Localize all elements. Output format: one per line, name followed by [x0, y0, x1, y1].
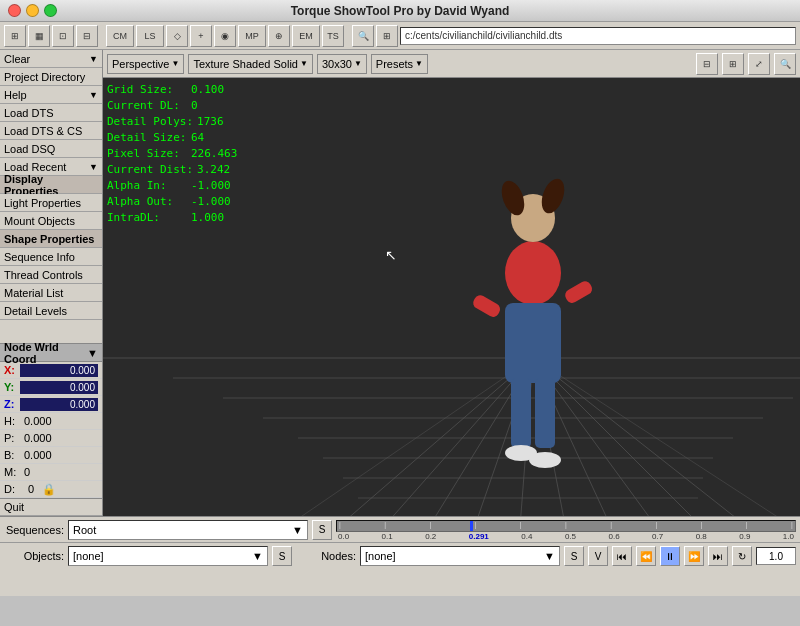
viewport-toolbar: Perspective ▼ Texture Shaded Solid ▼ 30x…	[103, 50, 800, 78]
sidebar-clear-btn[interactable]: Clear ▼	[0, 50, 102, 68]
sidebar-light-props[interactable]: Light Properties	[0, 194, 102, 212]
sidebar-detail-levels[interactable]: Detail Levels	[0, 302, 102, 320]
toolbar-btn-1[interactable]: ⊞	[4, 25, 26, 47]
coord-m-value: 0	[24, 466, 30, 478]
play-end-btn[interactable]: ⏭	[708, 546, 728, 566]
info-current-dl: Current DL: 0	[107, 98, 237, 114]
sidebar-shape-props[interactable]: Shape Properties	[0, 230, 102, 248]
toolbar-btn-9[interactable]: ◉	[214, 25, 236, 47]
coord-d-value: 0	[28, 483, 34, 495]
nodes-s-btn[interactable]: S	[564, 546, 584, 566]
info-detail-polys-val: 1736	[197, 114, 224, 130]
nodes-label: Nodes:	[296, 550, 356, 562]
info-grid-size: Grid Size: 0.100	[107, 82, 237, 98]
toolbar-btn-13[interactable]: TS	[322, 25, 344, 47]
info-alpha-in: Alpha In: -1.000	[107, 178, 237, 194]
coord-header: Node Wrld Coord ▼	[0, 344, 102, 362]
coord-p-value: 0.000	[24, 432, 52, 444]
coord-y-value[interactable]: 0.000	[20, 381, 98, 394]
viewport-btn-2[interactable]: ⊞	[722, 53, 744, 75]
main-area: Clear ▼ Project Directory Help ▼ Load DT…	[0, 50, 800, 516]
toolbar-btn-7[interactable]: ◇	[166, 25, 188, 47]
coord-y-row: Y: 0.000	[0, 379, 102, 396]
nodes-select[interactable]: [none] ▼	[360, 546, 560, 566]
toolbar-btn-5[interactable]: CM	[106, 25, 134, 47]
objects-row: Objects: [none] ▼ S Nodes: [none] ▼ S V …	[0, 543, 800, 569]
toolbar-btn-11[interactable]: ⊕	[268, 25, 290, 47]
grid-dropdown[interactable]: 30x30 ▼	[317, 54, 367, 74]
titlebar: Torque ShowTool Pro by David Wyand	[0, 0, 800, 22]
coord-m-row: M: 0	[0, 464, 102, 481]
info-grid-size-val: 0.100	[191, 82, 224, 98]
file-path: c:/cents/civilianchild/civilianchild.dts	[400, 27, 796, 45]
main-toolbar: ⊞ ▦ ⊡ ⊟ CM LS ◇ + ◉ MP ⊕ EM TS 🔍 ⊞ c:/ce…	[0, 22, 800, 50]
coord-p-row: P: 0.000	[0, 430, 102, 447]
objects-label: Objects:	[4, 550, 64, 562]
viewport-canvas[interactable]: ↖ Grid Size: 0.100 Current DL: 0 Detail …	[103, 78, 800, 516]
coord-b-value: 0.000	[24, 449, 52, 461]
viewport-search[interactable]: 🔍	[774, 53, 796, 75]
viewport-btn-1[interactable]: ⊟	[696, 53, 718, 75]
coord-z-label: Z:	[4, 398, 20, 410]
play-next-btn[interactable]: ⏩	[684, 546, 704, 566]
info-intra-dl-val: 1.000	[191, 210, 224, 226]
sidebar-load-dsq[interactable]: Load DSQ	[0, 140, 102, 158]
info-alpha-in-key: Alpha In:	[107, 178, 187, 194]
close-button[interactable]	[8, 4, 21, 17]
toolbar-btn-10[interactable]: MP	[238, 25, 266, 47]
info-current-dl-val: 0	[191, 98, 198, 114]
coord-z-row: Z: 0.000	[0, 396, 102, 413]
3d-view[interactable]: ↖ Grid Size: 0.100 Current DL: 0 Detail …	[103, 78, 800, 516]
sidebar-display-props[interactable]: Display Properties	[0, 176, 102, 194]
nodes-v-btn[interactable]: V	[588, 546, 608, 566]
sequences-row: Sequences: Root ▼ S | | | | | | | | |	[0, 517, 800, 543]
texture-dropdown[interactable]: Texture Shaded Solid ▼	[188, 54, 313, 74]
perspective-dropdown[interactable]: Perspective ▼	[107, 54, 184, 74]
sidebar-material-list[interactable]: Material List	[0, 284, 102, 302]
toolbar-btn-15[interactable]: ⊞	[376, 25, 398, 47]
toolbar-btn-6[interactable]: LS	[136, 25, 164, 47]
coord-m-label: M:	[4, 466, 24, 478]
toolbar-btn-12[interactable]: EM	[292, 25, 320, 47]
coord-z-value[interactable]: 0.000	[20, 398, 98, 411]
sidebar-quit-btn[interactable]: Quit	[0, 498, 102, 516]
coord-h-row: H: 0.000	[0, 413, 102, 430]
objects-select[interactable]: [none] ▼	[68, 546, 268, 566]
playback-time[interactable]: 1.0	[756, 547, 796, 565]
coord-d-row: D: 0 🔒	[0, 481, 102, 498]
toolbar-btn-2[interactable]: ▦	[28, 25, 50, 47]
toolbar-btn-4[interactable]: ⊟	[76, 25, 98, 47]
play-prev-btn[interactable]: ⏪	[636, 546, 656, 566]
minimize-button[interactable]	[26, 4, 39, 17]
timeline-container[interactable]: | | | | | | | | | | | 0.0 0.1 0.2 0.291	[336, 518, 796, 541]
sidebar-mount-objects[interactable]: Mount Objects	[0, 212, 102, 230]
info-pixel-size-val: 226.463	[191, 146, 237, 162]
sidebar-thread-controls[interactable]: Thread Controls	[0, 266, 102, 284]
lock-icon: 🔒	[42, 483, 56, 496]
info-grid-size-key: Grid Size:	[107, 82, 187, 98]
sidebar-load-dts-cs[interactable]: Load DTS & CS	[0, 122, 102, 140]
coord-y-label: Y:	[4, 381, 20, 393]
bottom-panel: Sequences: Root ▼ S | | | | | | | | |	[0, 516, 800, 596]
window-controls[interactable]	[8, 4, 57, 17]
info-intra-dl-key: IntraDL:	[107, 210, 187, 226]
viewport-maximize[interactable]: ⤢	[748, 53, 770, 75]
objects-s-btn[interactable]: S	[272, 546, 292, 566]
maximize-button[interactable]	[44, 4, 57, 17]
play-loop-btn[interactable]: ↻	[732, 546, 752, 566]
toolbar-btn-3[interactable]: ⊡	[52, 25, 74, 47]
toolbar-btn-8[interactable]: +	[190, 25, 212, 47]
coord-x-value[interactable]: 0.000	[20, 364, 98, 377]
play-pause-btn[interactable]: ⏸	[660, 546, 680, 566]
coord-h-value: 0.000	[24, 415, 52, 427]
sequences-select[interactable]: Root ▼	[68, 520, 308, 540]
sidebar-load-dts[interactable]: Load DTS	[0, 104, 102, 122]
toolbar-btn-14[interactable]: 🔍	[352, 25, 374, 47]
sidebar-sequence-info[interactable]: Sequence Info	[0, 248, 102, 266]
sidebar-directory-btn[interactable]: Project Directory	[0, 68, 102, 86]
presets-dropdown[interactable]: Presets ▼	[371, 54, 428, 74]
sidebar-help-btn[interactable]: Help ▼	[0, 86, 102, 104]
play-start-btn[interactable]: ⏮	[612, 546, 632, 566]
sequences-s-btn[interactable]: S	[312, 520, 332, 540]
coord-p-label: P:	[4, 432, 24, 444]
